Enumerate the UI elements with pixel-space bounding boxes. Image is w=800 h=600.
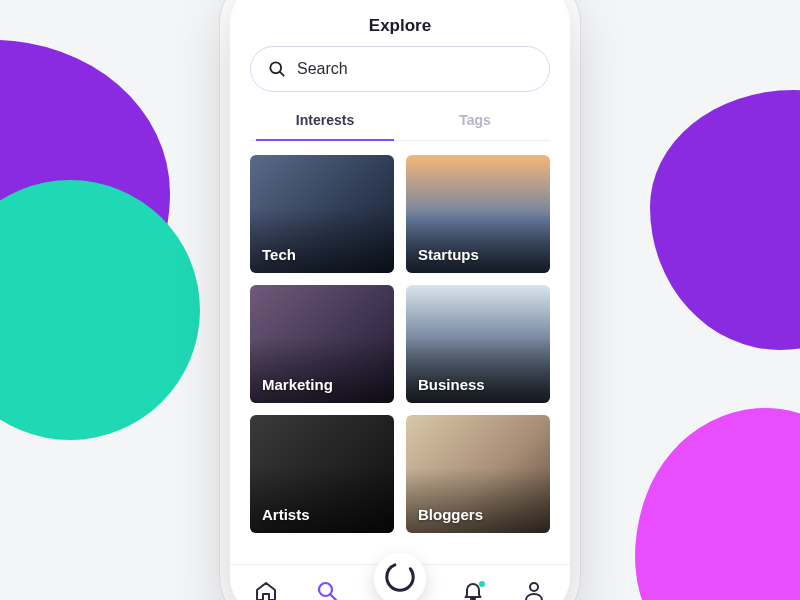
compose-icon bbox=[383, 560, 417, 598]
card-artists[interactable]: Artists bbox=[250, 415, 394, 533]
card-business[interactable]: Business bbox=[406, 285, 550, 403]
page-title: Explore bbox=[230, 10, 570, 46]
bottom-nav bbox=[230, 564, 570, 600]
card-tech[interactable]: Tech bbox=[250, 155, 394, 273]
nav-profile[interactable] bbox=[520, 579, 548, 601]
search-bar[interactable] bbox=[250, 46, 550, 92]
decor-blob-teal bbox=[0, 180, 200, 440]
profile-icon bbox=[522, 579, 546, 601]
search-icon bbox=[315, 579, 339, 601]
wifi-icon bbox=[308, 0, 321, 1]
nav-notifications[interactable] bbox=[459, 579, 487, 601]
phone-frame: ••••• Sketch 9:41 AM Explore Interests T… bbox=[230, 0, 570, 600]
card-bloggers[interactable]: Bloggers bbox=[406, 415, 550, 533]
svg-line-1 bbox=[280, 72, 284, 76]
tab-tags[interactable]: Tags bbox=[400, 102, 550, 140]
tab-interests[interactable]: Interests bbox=[250, 102, 400, 140]
svg-point-5 bbox=[530, 583, 538, 591]
tabs: Interests Tags bbox=[250, 102, 550, 141]
card-label: Tech bbox=[262, 246, 296, 263]
card-startups[interactable]: Startups bbox=[406, 155, 550, 273]
interest-grid: Tech Startups Marketing Business Artists… bbox=[230, 141, 570, 564]
card-label: Artists bbox=[262, 506, 310, 523]
decor-blob-pink bbox=[602, 374, 800, 600]
nav-explore[interactable] bbox=[313, 579, 341, 601]
nav-compose[interactable] bbox=[374, 553, 426, 601]
card-marketing[interactable]: Marketing bbox=[250, 285, 394, 403]
home-icon bbox=[254, 579, 278, 601]
card-label: Marketing bbox=[262, 376, 333, 393]
decor-blob-purple-right bbox=[650, 90, 800, 350]
search-icon bbox=[267, 59, 287, 79]
card-label: Startups bbox=[418, 246, 479, 263]
svg-point-4 bbox=[387, 563, 413, 589]
card-label: Bloggers bbox=[418, 506, 483, 523]
svg-line-3 bbox=[331, 594, 337, 600]
card-label: Business bbox=[418, 376, 485, 393]
search-input[interactable] bbox=[297, 60, 533, 78]
notification-dot-icon bbox=[479, 581, 485, 587]
nav-home[interactable] bbox=[252, 579, 280, 601]
